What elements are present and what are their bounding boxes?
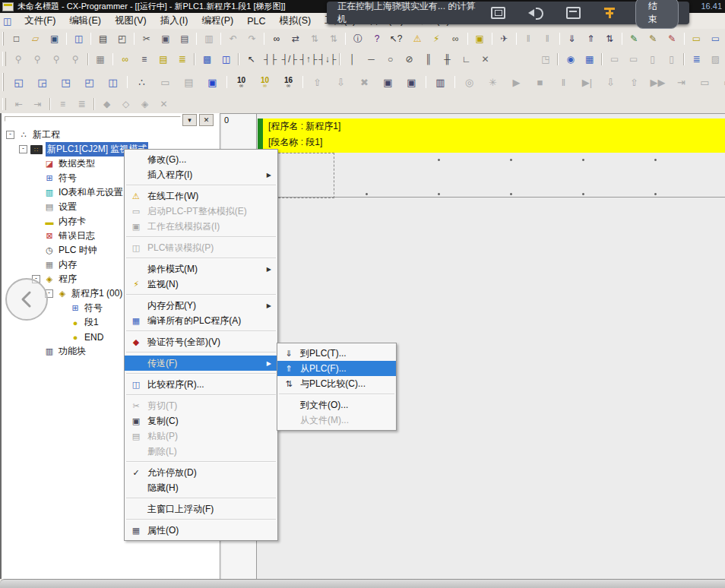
context-menu-item[interactable]: ◆ 验证符号(全部)(V) [125, 334, 277, 349]
cross-reference-popup[interactable]: ∴ [130, 71, 154, 93]
whiteboard-icon[interactable] [566, 7, 581, 19]
find-error[interactable]: ∞ [446, 30, 465, 47]
controls-icon[interactable] [602, 6, 618, 20]
select-mode[interactable]: ↖ [242, 51, 261, 68]
show-all-windows[interactable]: ◳ [54, 71, 78, 93]
speaker-icon[interactable] [527, 6, 544, 20]
pause[interactable]: ‖ [538, 30, 557, 47]
indent-left[interactable]: ⇤ [9, 96, 28, 112]
block-comment-up[interactable]: ≡ [53, 96, 72, 112]
insert-row[interactable]: ▭ [605, 51, 624, 68]
new-vertical-pair[interactable]: ╫ [438, 51, 457, 68]
context-menu-item[interactable]: 隐藏(H) [125, 480, 277, 495]
paste[interactable]: ▤ [175, 30, 194, 47]
monitor-window-1[interactable]: ▭ [687, 30, 706, 47]
monitor-error[interactable]: ⚡ [427, 30, 446, 47]
online-edit-begin[interactable]: ✎ [625, 30, 644, 47]
transfer-to-plc[interactable]: ⇓ [562, 30, 581, 47]
io-monitor-1[interactable]: ▭ [693, 71, 717, 93]
save[interactable]: ▣ [45, 30, 64, 47]
new-falling-contact[interactable]: ┤↓├ [318, 51, 337, 68]
indent-right[interactable]: ⇥ [28, 96, 47, 112]
compare-with-plc[interactable]: ⇅ [600, 30, 619, 47]
undo[interactable]: ↶ [223, 30, 242, 47]
menu-item[interactable]: 编程(P) [195, 13, 240, 29]
sim-play[interactable]: ▶ [505, 71, 528, 93]
context-menu-item[interactable]: 修改(G)... [125, 152, 277, 167]
toolbar-grip[interactable] [2, 52, 6, 66]
cx-window[interactable]: ◫ [217, 51, 236, 68]
force-cancel[interactable]: ✖ [353, 71, 376, 93]
new-closed-coil[interactable]: ⊘ [400, 51, 419, 68]
cascade-windows[interactable]: ◱ [7, 71, 30, 93]
window-properties[interactable]: ◫ [101, 71, 125, 93]
sim-scan-run[interactable]: ◎ [457, 71, 481, 93]
show-wrapped-rung[interactable]: ◳ [536, 51, 555, 68]
context-menu-item[interactable]: ✂ 剪切(T) [125, 398, 277, 413]
new-file[interactable]: □ [7, 30, 26, 47]
context-menu-item[interactable]: ▭ 启动PLC-PT整体模拟(E) [125, 204, 277, 219]
invert-element[interactable]: ∟ [457, 51, 476, 68]
panel-menu-button[interactable]: ▾ [182, 114, 197, 126]
context-menu-item[interactable]: ◫ 比较程序(R)... [125, 377, 277, 392]
context-menu-item[interactable]: 删除(L) [125, 444, 277, 459]
menu-item[interactable]: 模拟(S) [272, 13, 318, 29]
transfer-program-from-plc[interactable]: ▣ [400, 71, 423, 93]
submenu-item[interactable]: ⇓ 到PLC(T)... [277, 346, 396, 361]
mnemonic-view[interactable]: ≣ [173, 51, 192, 68]
online-edit-send[interactable]: ✎ [644, 30, 663, 47]
toolbar-grip[interactable] [2, 98, 6, 111]
context-menu-item[interactable]: ✓ 允许停放(D) [125, 465, 277, 480]
menu-item[interactable]: PLC [240, 14, 272, 28]
find[interactable]: ∞ [267, 30, 286, 47]
new-contact[interactable]: ┤├ [261, 51, 280, 68]
sim-step-out[interactable]: ⇧ [622, 71, 646, 93]
end-session-button[interactable]: 结束 [635, 0, 679, 29]
paste-special[interactable]: ▥ [199, 30, 218, 47]
monitor-glasses[interactable]: ∞ [116, 51, 135, 68]
show-grid[interactable]: ▦ [91, 51, 110, 68]
sim-run-to-end[interactable]: ⇥ [670, 71, 693, 93]
force-on[interactable]: ⇧ [306, 71, 329, 93]
backup-error[interactable]: ▣ [470, 30, 489, 47]
help[interactable]: ? [367, 30, 386, 47]
redo[interactable]: ↷ [242, 30, 261, 47]
online-edit-cancel[interactable]: ✎ [663, 30, 682, 47]
symbol-table-view[interactable]: ▩ [198, 51, 217, 68]
context-menu-item[interactable]: ◫ PLC错误模拟(P) [125, 240, 277, 255]
submenu-item[interactable]: ⇅ 与PLC比较(C)... [277, 376, 396, 391]
toolbar-grip[interactable] [2, 73, 4, 91]
context-menu-item[interactable]: ▣ 复制(C) [125, 413, 277, 428]
panel-drag-grip[interactable] [5, 116, 181, 122]
monitor-window-2[interactable]: ▭ [706, 30, 725, 47]
find-previous[interactable]: ⇅ [324, 30, 343, 47]
context-menu-item[interactable]: 插入程序(I) ▶ [125, 167, 277, 182]
menu-item[interactable]: 视图(V) [108, 13, 154, 29]
watch-window-toggle[interactable]: ▣ [201, 71, 224, 93]
watch-error[interactable]: ⚠ [408, 30, 427, 47]
menu-item[interactable]: 文件(F) [17, 13, 62, 29]
bookmark-set[interactable]: ◆ [97, 96, 116, 112]
io-monitor-2[interactable]: ▭ [717, 71, 725, 93]
transfer-from-plc[interactable]: ⇑ [581, 30, 600, 47]
about[interactable]: ⓘ [348, 30, 367, 47]
output-window[interactable]: ▤ [177, 71, 201, 93]
fullscreen-icon[interactable] [491, 7, 506, 19]
sim-continuous-step[interactable]: ▶▶ [646, 71, 670, 93]
address-reference-tool[interactable]: ▭ [154, 71, 177, 93]
online-edit-transfer[interactable]: ▥ [429, 71, 452, 93]
context-menu-item[interactable]: 内存分配(Y) ▶ [125, 298, 277, 313]
new-coil[interactable]: ○ [381, 51, 400, 68]
menu-item[interactable]: 插入(I) [154, 13, 195, 29]
sim-step-in[interactable]: ⇩ [599, 71, 622, 93]
submenu-item[interactable]: 到文件(O)... [277, 397, 396, 413]
toolbar-grip[interactable] [2, 32, 4, 46]
tree-expand-toggle[interactable]: - [6, 131, 14, 139]
remote-side-handle[interactable] [5, 278, 48, 321]
zoom-tool[interactable]: ⚲ [9, 51, 28, 68]
new-horizontal[interactable]: ─ [362, 51, 381, 68]
rung-manager[interactable]: ◉ [561, 51, 580, 68]
context-menu-item[interactable]: ▣ 工作在线模拟器(I) [125, 219, 277, 234]
context-help[interactable]: ↖? [386, 30, 405, 47]
find-in-project[interactable]: ◫ [69, 30, 88, 47]
